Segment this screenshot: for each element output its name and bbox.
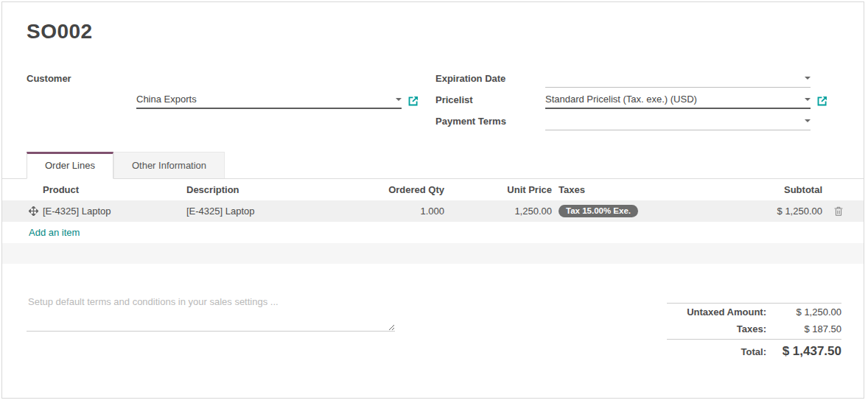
taxes-value: $ 187.50: [775, 323, 841, 334]
notebook: Order Lines Other Information Product De…: [2, 152, 864, 264]
total-value: $ 1,437.50: [775, 344, 841, 359]
cell-product[interactable]: [E-4325] Laptop: [43, 206, 186, 217]
col-header-subtotal[interactable]: Subtotal: [741, 184, 822, 195]
untaxed-amount-value: $ 1,250.00: [775, 306, 841, 318]
pricelist-input[interactable]: Standard Pricelist (Tax. exe.) (USD): [545, 93, 811, 109]
col-header-unit-price[interactable]: Unit Price: [444, 184, 552, 195]
untaxed-amount-row: Untaxed Amount: $ 1,250.00: [667, 304, 841, 320]
empty-line-stripe: [2, 243, 864, 264]
col-header-product[interactable]: Product: [43, 184, 186, 195]
drag-handle-icon[interactable]: [29, 206, 43, 216]
tax-badge[interactable]: Tax 15.00% Exe.: [559, 205, 638, 218]
tab-bar: Order Lines Other Information: [2, 152, 864, 178]
page-title: SO002: [27, 20, 864, 43]
pricelist-value: Standard Pricelist (Tax. exe.) (USD): [545, 94, 802, 105]
totals-table: Untaxed Amount: $ 1,250.00 Taxes: $ 187.…: [667, 303, 841, 362]
untaxed-amount-label: Untaxed Amount:: [667, 306, 775, 318]
cell-ordered-qty[interactable]: 1.000: [326, 206, 444, 217]
taxes-label: Taxes:: [667, 323, 775, 334]
expiration-date-input[interactable]: [545, 71, 811, 88]
chevron-down-icon[interactable]: [805, 119, 811, 122]
pricelist-label: Pricelist: [435, 93, 545, 109]
external-link-icon[interactable]: [408, 96, 419, 106]
taxes-row: Taxes: $ 187.50: [667, 320, 841, 337]
order-line-row[interactable]: [E-4325] Laptop [E-4325] Laptop 1.000 1,…: [2, 200, 864, 222]
expiration-date-label: Expiration Date: [435, 71, 545, 88]
order-lines-header: Product Description Ordered Qty Unit Pri…: [2, 179, 864, 200]
payment-terms-input[interactable]: [545, 114, 811, 130]
order-lines-panel: Product Description Ordered Qty Unit Pri…: [2, 178, 864, 264]
chevron-down-icon[interactable]: [805, 77, 811, 80]
payment-terms-label: Payment Terms: [435, 114, 545, 130]
external-link-icon[interactable]: [817, 96, 827, 106]
add-an-item-link[interactable]: Add an item: [2, 222, 864, 243]
customer-input[interactable]: China Exports: [136, 93, 402, 109]
col-header-description[interactable]: Description: [186, 184, 326, 195]
cell-description[interactable]: [E-4325] Laptop: [186, 206, 326, 217]
total-row: Total: $ 1,437.50: [667, 339, 841, 362]
tab-order-lines[interactable]: Order Lines: [27, 152, 113, 179]
customer-value: China Exports: [136, 94, 393, 105]
chevron-down-icon[interactable]: [805, 98, 811, 101]
terms-and-conditions-textarea[interactable]: [27, 292, 395, 332]
tab-other-information[interactable]: Other Information: [113, 152, 225, 178]
order-form: Customer China Exports: [27, 71, 864, 136]
sale-order-sheet: SO002 Customer China Exports: [1, 1, 864, 399]
delete-line-button[interactable]: [822, 206, 855, 217]
chevron-down-icon[interactable]: [396, 98, 402, 101]
col-header-taxes[interactable]: Taxes: [552, 184, 741, 195]
cell-unit-price[interactable]: 1,250.00: [444, 206, 552, 217]
col-header-ordered-qty[interactable]: Ordered Qty: [326, 184, 444, 195]
total-label: Total:: [667, 346, 775, 357]
cell-subtotal: $ 1,250.00: [741, 206, 822, 217]
customer-label: Customer: [27, 71, 136, 130]
